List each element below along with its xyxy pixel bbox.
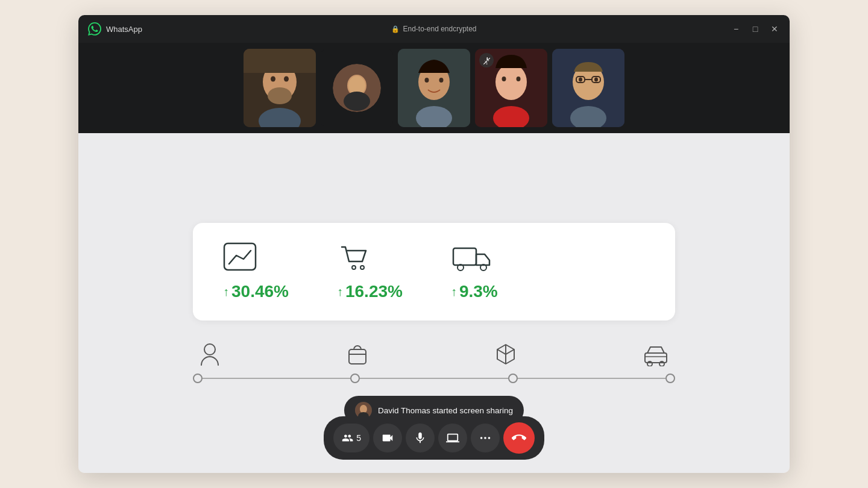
stat-chart-number: 30.46% [231, 282, 289, 301]
participant-face-5 [552, 49, 624, 127]
svg-rect-32 [453, 248, 476, 265]
microphone-icon [414, 431, 427, 445]
timeline-line-3 [518, 378, 665, 379]
truck-icon [451, 242, 493, 274]
timeline-section [193, 342, 675, 383]
app-window: WhatsApp 🔒 End-to-end endcrypted − □ ✕ [78, 15, 790, 473]
timeline-dot-3 [508, 374, 518, 383]
chart-icon [223, 242, 257, 274]
stat-chart: ↑ 30.46% [223, 242, 289, 301]
stat-chart-arrow: ↑ [223, 285, 229, 299]
stat-cart-number: 16.23% [345, 282, 403, 301]
window-controls: − □ ✕ [731, 23, 780, 34]
stat-chart-value: ↑ 30.46% [223, 282, 289, 301]
lock-icon: 🔒 [391, 25, 400, 33]
participants-count: 5 [356, 433, 361, 443]
svg-point-31 [360, 266, 364, 269]
timeline-dot-1 [193, 374, 203, 383]
timeline-dot-2 [350, 374, 360, 383]
whatsapp-logo-icon [88, 22, 101, 36]
david-thomas-avatar [333, 64, 381, 112]
participants-button[interactable]: 5 [333, 424, 370, 452]
stat-cart: ↑ 16.23% [337, 242, 403, 301]
encryption-label: End-to-end endcrypted [403, 25, 476, 33]
participant-video-5[interactable] [552, 49, 624, 127]
svg-point-13 [425, 78, 429, 83]
participant-video-3[interactable] [398, 49, 470, 127]
video-strip [78, 43, 790, 133]
timeline-person-icon [199, 342, 221, 366]
screen-share-area: ↑ 30.46% ↑ 16.23% [78, 133, 790, 473]
close-button[interactable]: ✕ [769, 23, 780, 34]
microphone-button[interactable] [406, 424, 435, 452]
svg-point-45 [488, 437, 491, 439]
participant-video-4[interactable] [475, 49, 547, 127]
timeline-bag-icon [347, 342, 368, 366]
svg-rect-36 [349, 349, 366, 364]
end-call-icon [512, 431, 526, 445]
app-name-label: WhatsApp [106, 25, 142, 34]
titlebar: WhatsApp 🔒 End-to-end endcrypted − □ ✕ [78, 15, 790, 43]
titlebar-left: WhatsApp [88, 22, 142, 36]
more-options-button[interactable] [471, 424, 500, 452]
participant-face-1 [244, 49, 316, 127]
svg-point-18 [502, 77, 506, 81]
svg-point-2 [268, 87, 292, 104]
stat-truck-number: 9.3% [459, 282, 498, 301]
svg-point-43 [480, 437, 483, 439]
participant-video-1[interactable] [244, 49, 316, 127]
timeline-icons [193, 342, 675, 366]
end-call-button[interactable] [503, 422, 535, 454]
timeline-line-1 [203, 378, 350, 379]
svg-rect-37 [645, 353, 667, 363]
maximize-button[interactable]: □ [750, 23, 761, 34]
svg-point-44 [484, 437, 486, 439]
svg-point-26 [579, 78, 582, 82]
svg-point-4 [284, 77, 289, 82]
stats-card: ↑ 30.46% ↑ 16.23% [193, 223, 675, 321]
timeline-line-2 [360, 378, 508, 379]
video-button[interactable] [373, 424, 402, 452]
stat-cart-value: ↑ 16.23% [337, 282, 403, 301]
svg-point-19 [517, 77, 521, 81]
svg-point-3 [271, 77, 275, 82]
screen-share-button[interactable] [438, 424, 467, 452]
svg-point-14 [439, 78, 444, 83]
timeline-box-icon [495, 342, 517, 366]
svg-point-41 [360, 405, 367, 413]
stat-truck-arrow: ↑ [451, 285, 457, 299]
timeline-dot-4 [665, 374, 675, 383]
timeline-dots [193, 374, 675, 383]
stat-truck: ↑ 9.3% [451, 242, 498, 301]
video-icon [381, 431, 394, 445]
call-controls-bar: 5 [324, 416, 544, 460]
toast-message: David Thomas started screen sharing [378, 406, 513, 415]
screen-share-icon [446, 431, 459, 445]
more-icon [479, 431, 492, 445]
participant-video-2[interactable] [321, 49, 393, 127]
svg-point-35 [204, 344, 215, 355]
avatar-circle [333, 64, 381, 112]
svg-point-17 [495, 64, 527, 100]
mute-badge-4 [479, 53, 494, 67]
participant-face-3 [398, 49, 470, 127]
participants-icon [342, 432, 353, 444]
stat-truck-value: ↑ 9.3% [451, 282, 498, 301]
minimize-button[interactable]: − [731, 23, 741, 34]
microphone-muted-icon [483, 57, 491, 64]
encryption-indicator: 🔒 End-to-end endcrypted [391, 25, 476, 33]
svg-point-30 [352, 266, 356, 269]
stat-cart-arrow: ↑ [337, 285, 343, 299]
svg-point-10 [344, 92, 370, 111]
cart-icon [337, 242, 371, 274]
timeline-car-icon [643, 342, 669, 366]
svg-rect-6 [244, 49, 316, 73]
svg-point-27 [594, 78, 598, 82]
